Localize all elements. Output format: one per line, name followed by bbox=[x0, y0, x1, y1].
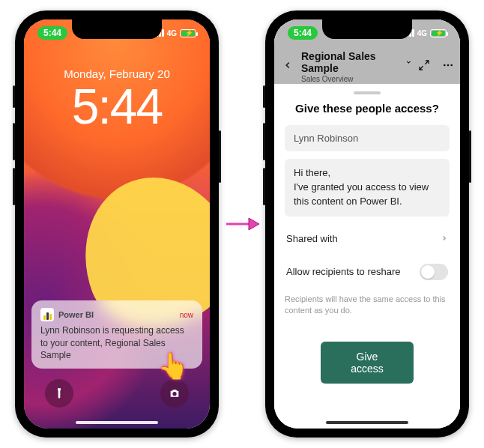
share-sheet: Give these people access? Lynn Robinson … bbox=[274, 84, 460, 429]
recipient-field[interactable]: Lynn Robinson bbox=[285, 125, 450, 151]
svg-point-5 bbox=[447, 64, 450, 67]
reshare-row: Allow recipients to reshare bbox=[285, 255, 450, 289]
flashlight-icon bbox=[53, 387, 65, 399]
camera-button[interactable] bbox=[160, 379, 189, 408]
svg-point-4 bbox=[444, 64, 446, 67]
lock-time: 5:44 bbox=[24, 82, 210, 131]
more-button[interactable] bbox=[436, 59, 460, 74]
expand-icon bbox=[418, 59, 430, 71]
reshare-hint: Recipients will have the same access to … bbox=[285, 294, 450, 317]
header-title: Regional Sales Sample bbox=[301, 50, 401, 74]
svg-line-2 bbox=[425, 61, 429, 64]
expand-button[interactable] bbox=[412, 59, 436, 74]
chevron-down-icon[interactable] bbox=[405, 58, 412, 66]
phone-app: 5:44 4G ⚡ Regional Sales Sample bbox=[265, 10, 469, 438]
svg-point-6 bbox=[450, 64, 453, 67]
sheet-grabber[interactable] bbox=[354, 91, 381, 94]
back-button[interactable] bbox=[274, 60, 301, 73]
notification-app-name: Power BI bbox=[58, 310, 94, 319]
shared-with-row[interactable]: Shared with bbox=[285, 224, 450, 253]
message-field[interactable]: Hi there, I've granted you access to vie… bbox=[285, 159, 450, 217]
network-label: 4G bbox=[417, 29, 427, 37]
notification-timestamp: now bbox=[180, 311, 193, 319]
svg-line-3 bbox=[420, 66, 423, 70]
flashlight-button[interactable] bbox=[45, 379, 73, 408]
camera-icon bbox=[169, 387, 181, 399]
reshare-label: Allow recipients to reshare bbox=[286, 266, 400, 277]
powerbi-icon bbox=[40, 308, 54, 321]
more-icon bbox=[442, 59, 454, 71]
header-subtitle: Sales Overview bbox=[301, 75, 412, 83]
sheet-title: Give these people access? bbox=[285, 102, 450, 115]
reshare-toggle[interactable] bbox=[420, 264, 448, 280]
chevron-left-icon bbox=[282, 60, 293, 70]
tap-hand-icon: 👆 bbox=[157, 351, 189, 381]
svg-marker-1 bbox=[249, 218, 259, 230]
shared-with-label: Shared with bbox=[286, 233, 338, 244]
network-label: 4G bbox=[167, 29, 177, 37]
flow-arrow-icon bbox=[225, 215, 259, 233]
status-time-pill: 5:44 bbox=[37, 26, 67, 40]
phone-lockscreen: 5:44 4G ⚡ Monday, February 20 5:44 Power… bbox=[15, 10, 219, 438]
chevron-right-icon bbox=[441, 233, 448, 244]
battery-icon: ⚡ bbox=[430, 29, 447, 37]
battery-icon: ⚡ bbox=[180, 29, 196, 37]
give-access-button[interactable]: Give access bbox=[321, 342, 414, 384]
status-time-pill: 5:44 bbox=[288, 26, 318, 40]
